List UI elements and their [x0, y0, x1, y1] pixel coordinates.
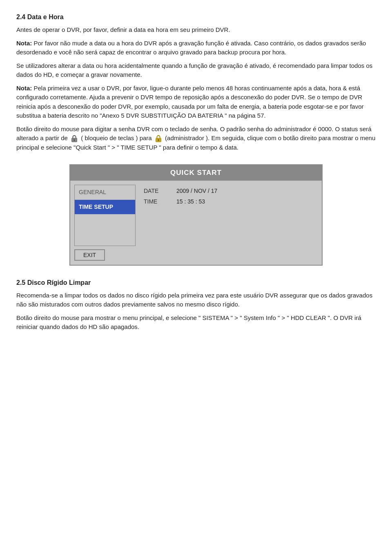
section-title: 2.4 Data e Hora — [16, 12, 376, 22]
dvr-ui: QUICK START GENERAL TIME SETUP DATE 2009… — [69, 164, 323, 266]
dvr-date-row: DATE 2009 / NOV / 17 — [144, 187, 314, 195]
section-25-title: 2.5 Disco Rígido Limpar — [16, 278, 376, 288]
svg-rect-5 — [158, 140, 159, 141]
nota-label-2: Nota: — [16, 85, 32, 92]
dvr-time-row: TIME 15 : 35 : 53 — [144, 197, 314, 206]
dvr-title-bar: QUICK START — [70, 165, 322, 181]
time-label: TIME — [144, 197, 168, 206]
section-25-p2: Botão direito do mouse para mostrar o me… — [16, 313, 376, 332]
exit-button[interactable]: EXIT — [74, 249, 105, 261]
p6b-text: ( bloqueio de teclas ) para — [81, 134, 151, 141]
time-value: 15 : 35 : 53 — [176, 197, 205, 206]
dvr-sidebar: GENERAL TIME SETUP — [74, 185, 136, 246]
paragraph-4: Nota: Pela primeira vez a usar o DVR, po… — [16, 84, 376, 121]
p5-text: Botão direito do mouse para digitar a se… — [16, 125, 218, 132]
dvr-ui-wrapper: QUICK START GENERAL TIME SETUP DATE 2009… — [16, 164, 376, 266]
dvr-body: GENERAL TIME SETUP DATE 2009 / NOV / 17 … — [70, 181, 322, 246]
lock-icon — [70, 134, 78, 143]
date-value: 2009 / NOV / 17 — [176, 187, 217, 195]
svg-rect-2 — [74, 140, 75, 141]
sidebar-item-general[interactable]: GENERAL — [75, 185, 135, 200]
dvr-footer: EXIT — [70, 246, 322, 265]
sidebar-item-time-setup[interactable]: TIME SETUP — [75, 200, 135, 215]
dvr-content: DATE 2009 / NOV / 17 TIME 15 : 35 : 53 — [140, 185, 318, 246]
nota-text-1: Por favor não mude a data ou a hora do D… — [16, 40, 366, 56]
admin-icon — [154, 134, 163, 143]
nota-label-1: Nota: — [16, 40, 32, 47]
section-25-p1: Recomenda-se a limpar todos os dados no … — [16, 291, 376, 309]
paragraph-2: Nota: Por favor não mude a data ou a hor… — [16, 39, 376, 57]
nota-text-2: Pela primeira vez a usar o DVR, por favo… — [16, 85, 364, 119]
date-label: DATE — [144, 187, 168, 195]
paragraph-5: Botão direito do mouse para digitar a se… — [16, 125, 376, 152]
paragraph-1: Antes de operar o DVR, por favor, defini… — [16, 25, 376, 35]
paragraph-3: Se utilizadores alterar a data ou hora a… — [16, 61, 376, 80]
